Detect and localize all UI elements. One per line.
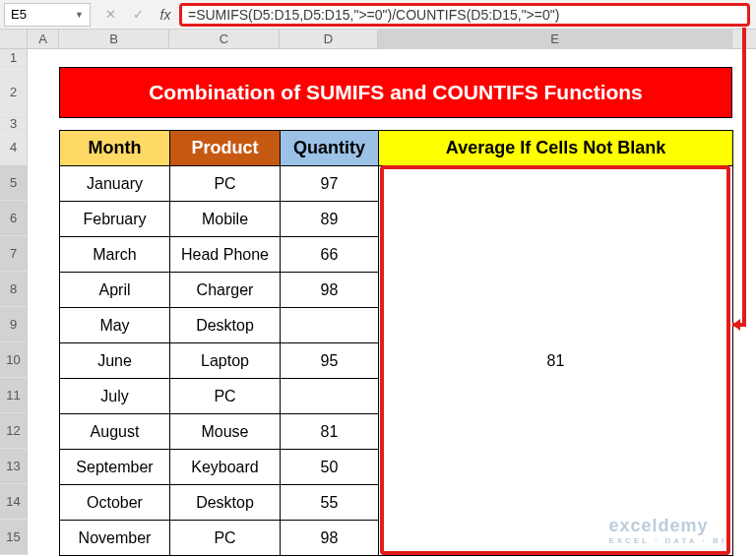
header-month[interactable]: Month xyxy=(60,131,170,166)
row-header[interactable]: 4 xyxy=(0,130,28,165)
row-header[interactable]: 8 xyxy=(0,272,28,307)
cell-month[interactable]: September xyxy=(60,450,170,485)
table-row: January PC 97 81 xyxy=(60,166,733,202)
cell-month[interactable]: November xyxy=(60,521,170,556)
cell-product[interactable]: Charger xyxy=(170,273,281,308)
row-header[interactable]: 6 xyxy=(0,201,28,236)
cell-qty[interactable] xyxy=(281,308,379,343)
svg-marker-0 xyxy=(732,319,740,331)
cell-month[interactable]: October xyxy=(60,485,170,521)
col-header[interactable]: A xyxy=(28,30,59,49)
cell-qty[interactable]: 50 xyxy=(281,450,379,485)
row-header[interactable]: 15 xyxy=(0,520,28,555)
name-box-dropdown-icon[interactable]: ▼ xyxy=(75,10,84,20)
cell-product[interactable]: PC xyxy=(170,379,281,414)
cell-product[interactable]: Laptop xyxy=(170,343,281,379)
row-header[interactable]: 9 xyxy=(0,307,28,342)
formula-bar: E5 ▼ ✕ ✓ fx =SUMIFS(D5:D15,D5:D15,">=0")… xyxy=(0,0,756,30)
cell-qty[interactable]: 55 xyxy=(281,485,379,521)
cell-product[interactable]: Desktop xyxy=(170,308,281,343)
row-headers: 1 2 3 4 5 6 7 8 9 10 11 12 13 14 15 xyxy=(0,49,28,555)
sheet-title[interactable]: Combination of SUMIFS and COUNTIFS Funct… xyxy=(59,67,732,118)
row-header[interactable]: 11 xyxy=(0,378,28,413)
grid-content: Combination of SUMIFS and COUNTIFS Funct… xyxy=(28,49,733,556)
cell-product[interactable]: PC xyxy=(170,521,281,556)
cell-month[interactable]: February xyxy=(60,202,170,237)
col-header[interactable]: E xyxy=(378,30,732,49)
name-box[interactable]: E5 ▼ xyxy=(4,3,91,27)
row-header[interactable]: 7 xyxy=(0,236,28,272)
name-box-value: E5 xyxy=(11,7,27,22)
cell-month[interactable]: April xyxy=(60,273,170,308)
cell-average-merged[interactable]: 81 xyxy=(379,166,733,556)
formula-buttons: ✕ ✓ fx xyxy=(96,3,179,27)
col-header[interactable]: C xyxy=(169,30,280,49)
col-header[interactable]: D xyxy=(280,30,378,49)
formula-input[interactable]: =SUMIFS(D5:D15,D5:D15,">=0")/COUNTIFS(D5… xyxy=(179,3,750,27)
cell-product[interactable]: Mobile xyxy=(170,202,281,237)
fx-icon[interactable]: fx xyxy=(152,3,179,27)
cell-product[interactable]: Mouse xyxy=(170,414,281,450)
worksheet: A B C D E 1 2 3 4 5 6 7 8 9 10 11 12 13 … xyxy=(0,30,756,49)
row-header[interactable]: 5 xyxy=(0,165,28,201)
cell-qty[interactable] xyxy=(281,379,379,414)
row-header[interactable]: 2 xyxy=(0,67,28,118)
row-header[interactable]: 10 xyxy=(0,342,28,378)
cancel-icon[interactable]: ✕ xyxy=(96,3,124,27)
row-header[interactable]: 13 xyxy=(0,449,28,484)
column-headers: A B C D E xyxy=(0,30,756,49)
row-header[interactable]: 12 xyxy=(0,413,28,449)
cell-product[interactable]: PC xyxy=(170,166,281,202)
cell-month[interactable]: January xyxy=(60,166,170,202)
cell-month[interactable]: June xyxy=(60,343,170,379)
cell-qty[interactable]: 97 xyxy=(281,166,379,202)
cell-month[interactable]: March xyxy=(60,237,170,273)
confirm-icon[interactable]: ✓ xyxy=(124,3,152,27)
col-header[interactable]: B xyxy=(59,30,169,49)
cell-month[interactable]: August xyxy=(60,414,170,450)
cell-qty[interactable]: 98 xyxy=(281,273,379,308)
cell-qty[interactable]: 66 xyxy=(281,237,379,273)
cell-month[interactable]: July xyxy=(60,379,170,414)
header-average[interactable]: Average If Cells Not Blank xyxy=(379,131,733,166)
cell-qty[interactable]: 89 xyxy=(281,202,379,237)
cell-product[interactable]: Desktop xyxy=(170,485,281,521)
cell-qty[interactable]: 95 xyxy=(281,343,379,379)
row-header[interactable]: 1 xyxy=(0,49,28,67)
cell-qty[interactable]: 98 xyxy=(281,521,379,556)
table-header-row: Month Product Quantity Average If Cells … xyxy=(60,131,733,166)
select-all-corner[interactable] xyxy=(0,30,28,49)
cell-month[interactable]: May xyxy=(60,308,170,343)
cell-product[interactable]: Keyboard xyxy=(170,450,281,485)
row-header[interactable]: 14 xyxy=(0,484,28,520)
cell-product[interactable]: Head Phone xyxy=(170,237,281,273)
row-header[interactable]: 3 xyxy=(0,118,28,130)
data-table: Month Product Quantity Average If Cells … xyxy=(59,130,733,556)
cell-qty[interactable]: 81 xyxy=(281,414,379,450)
formula-text: =SUMIFS(D5:D15,D5:D15,">=0")/COUNTIFS(D5… xyxy=(188,7,559,23)
header-quantity[interactable]: Quantity xyxy=(281,131,379,166)
header-product[interactable]: Product xyxy=(170,131,281,166)
